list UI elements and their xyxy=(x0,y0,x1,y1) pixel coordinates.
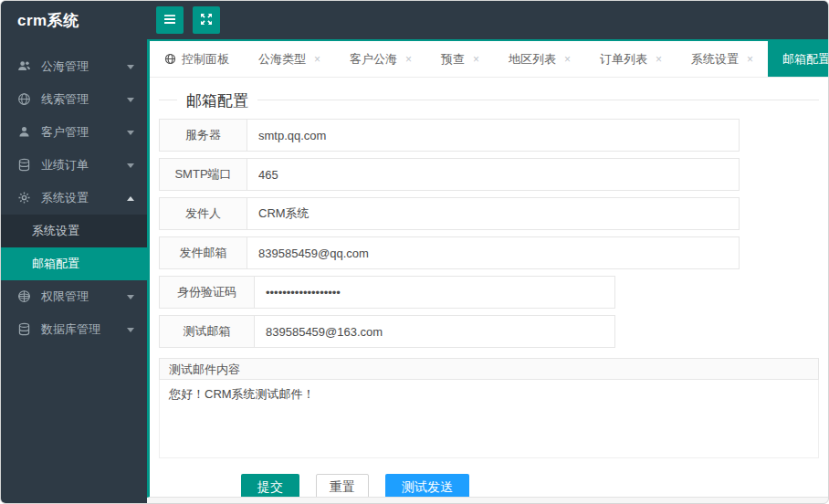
user-icon xyxy=(17,125,32,140)
menu-toggle-button[interactable] xyxy=(156,6,184,34)
tab-label: 地区列表 xyxy=(509,51,556,68)
chevron-down-icon xyxy=(127,65,134,69)
sidebar-item-database[interactable]: 数据库管理 xyxy=(1,313,147,346)
tab-region-list[interactable]: 地区列表 xyxy=(494,41,585,77)
auth-code-input[interactable] xyxy=(255,277,614,308)
sender-email-input[interactable] xyxy=(247,237,739,268)
tab-label: 系统设置 xyxy=(691,51,739,68)
tab-label: 订单列表 xyxy=(600,51,647,68)
sidebar-item-label: 权限管理 xyxy=(41,289,89,305)
submit-button[interactable]: 提交 xyxy=(241,474,299,497)
reset-button[interactable]: 重置 xyxy=(316,474,369,497)
chevron-up-icon xyxy=(127,196,134,201)
sidebar-item-orders[interactable]: 业绩订单 xyxy=(1,149,147,182)
form-buttons: 提交 重置 测试发送 xyxy=(241,474,819,497)
field-sender-name: 发件人 xyxy=(159,197,740,230)
tab-dashboard[interactable]: 控制面板 xyxy=(150,41,244,77)
users-icon xyxy=(17,59,32,74)
tab-label: 公海类型 xyxy=(258,51,306,68)
tab-close-icon[interactable] xyxy=(564,54,571,65)
field-label: 服务器 xyxy=(160,120,247,151)
field-smtp-port: SMTP端口 xyxy=(159,158,740,191)
sidebar-item-label: 数据库管理 xyxy=(41,321,100,338)
form-title-divider: 邮箱配置 xyxy=(159,100,819,100)
app-window: crm系统 公海管理 xyxy=(0,0,829,504)
field-label: SMTP端口 xyxy=(160,159,247,190)
database-icon xyxy=(17,158,32,173)
test-email-input[interactable] xyxy=(255,316,614,347)
web-globe-icon xyxy=(17,289,32,304)
sidebar-item-label: 公海管理 xyxy=(41,58,89,75)
sidebar-item-label: 客户管理 xyxy=(41,124,89,141)
field-test-email: 测试邮箱 xyxy=(159,315,615,348)
field-test-mail-content: 测试邮件内容 您好！CRM系统测试邮件！ xyxy=(159,358,819,462)
tab-close-icon[interactable] xyxy=(314,54,320,65)
field-label: 测试邮箱 xyxy=(160,316,255,347)
chevron-down-icon xyxy=(127,328,134,332)
database-icon xyxy=(17,322,32,337)
app-title: crm系统 xyxy=(1,10,147,31)
field-auth-code: 身份验证码 xyxy=(159,276,615,309)
sidebar-item-label: 系统设置 xyxy=(41,190,89,206)
sidebar-item-system-settings[interactable]: 系统设置 xyxy=(1,182,147,215)
tab-label: 控制面板 xyxy=(182,51,229,68)
tab-close-icon[interactable] xyxy=(473,54,479,65)
sidebar-nav: 公海管理 线索管理 客户管理 业绩订单 xyxy=(1,39,147,503)
tab-email-config[interactable]: 邮箱配置 xyxy=(768,41,828,77)
tab-label: 预查 xyxy=(441,51,465,68)
fullscreen-icon xyxy=(199,12,214,29)
tab-preview[interactable]: 预查 xyxy=(426,41,494,77)
gear-icon xyxy=(17,191,32,205)
tab-close-icon[interactable] xyxy=(405,54,412,65)
sidebar-subitem-system-settings[interactable]: 系统设置 xyxy=(1,215,147,247)
hamburger-icon xyxy=(163,12,177,29)
server-input[interactable] xyxy=(247,120,739,151)
tab-close-icon[interactable] xyxy=(747,54,753,65)
sender-name-input[interactable] xyxy=(247,198,739,229)
smtp-port-input[interactable] xyxy=(247,159,739,190)
tab-system-settings[interactable]: 系统设置 xyxy=(677,41,768,77)
top-header: crm系统 xyxy=(1,1,828,39)
chevron-down-icon xyxy=(127,163,134,168)
sidebar-item-permissions[interactable]: 权限管理 xyxy=(1,280,147,313)
sidebar-item-customers[interactable]: 客户管理 xyxy=(1,116,147,149)
sidebar-item-label: 业绩订单 xyxy=(41,157,89,173)
textarea-label: 测试邮件内容 xyxy=(159,358,819,380)
sidebar-subitem-label: 邮箱配置 xyxy=(32,256,79,272)
tab-order-list[interactable]: 订单列表 xyxy=(585,41,677,77)
tab-label: 客户公海 xyxy=(350,51,397,68)
globe-icon xyxy=(164,53,176,65)
chevron-down-icon xyxy=(127,295,134,299)
tab-label: 邮箱配置 xyxy=(782,51,828,68)
test-mail-content-textarea[interactable]: 您好！CRM系统测试邮件！ xyxy=(159,380,819,458)
email-config-form: 邮箱配置 服务器 SMTP端口 发件人 发件邮箱 xyxy=(150,78,828,497)
globe-icon xyxy=(17,92,32,107)
tab-public-sea-type[interactable]: 公海类型 xyxy=(244,41,335,77)
fullscreen-button[interactable] xyxy=(193,6,220,34)
sidebar-item-leads[interactable]: 线索管理 xyxy=(1,83,147,116)
chevron-down-icon xyxy=(127,131,134,135)
field-label: 发件人 xyxy=(160,198,247,229)
sidebar-item-public-sea[interactable]: 公海管理 xyxy=(1,50,147,83)
form-title: 邮箱配置 xyxy=(177,90,257,111)
tab-close-icon[interactable] xyxy=(656,54,662,65)
field-label: 身份验证码 xyxy=(160,277,255,308)
field-server: 服务器 xyxy=(159,119,740,152)
tab-bar: 控制面板 公海类型 客户公海 预查 地区列表 xyxy=(150,41,828,78)
field-sender-email: 发件邮箱 xyxy=(159,236,740,269)
sidebar-subitem-label: 系统设置 xyxy=(32,223,79,239)
sidebar-item-label: 线索管理 xyxy=(41,91,89,108)
chevron-down-icon xyxy=(127,98,134,102)
test-send-button[interactable]: 测试发送 xyxy=(385,474,469,497)
main-content: 控制面板 公海类型 客户公海 预查 地区列表 xyxy=(147,39,828,498)
field-label: 发件邮箱 xyxy=(160,237,247,268)
tab-customer-sea[interactable]: 客户公海 xyxy=(335,41,426,77)
sidebar-subitem-email-config[interactable]: 邮箱配置 xyxy=(1,247,147,280)
